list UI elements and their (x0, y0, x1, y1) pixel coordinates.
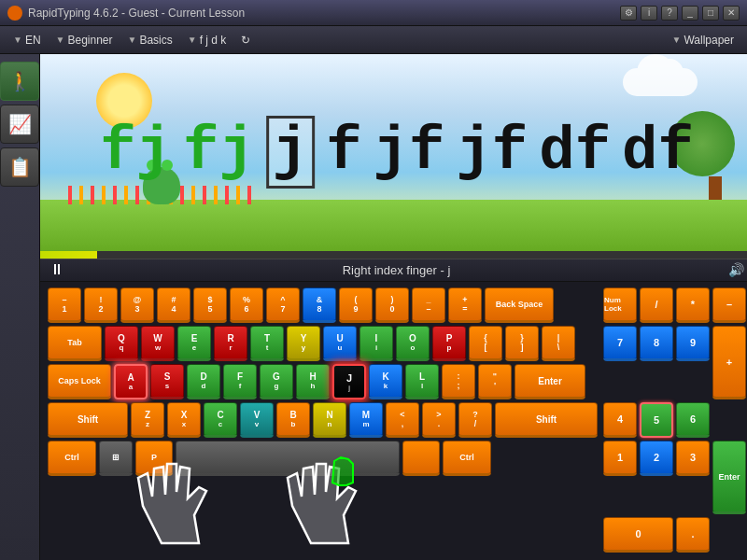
key-a[interactable]: Aa (114, 364, 148, 399)
key-win-left[interactable]: ⊞ (99, 441, 133, 476)
sidebar-chart-button[interactable]: 📈 (0, 105, 39, 144)
key-semicolon[interactable]: :; (442, 364, 475, 399)
key-j[interactable]: J j (332, 364, 366, 399)
key-capslock[interactable]: Caps Lock (48, 364, 111, 399)
key-minus[interactable]: –1 (48, 287, 81, 323)
numpad-enter[interactable]: Enter (712, 441, 746, 514)
help-icon[interactable]: ? (661, 6, 678, 21)
key-2[interactable]: !2 (84, 287, 118, 323)
keys-arrow: ▼ (188, 35, 197, 45)
numpad-6[interactable]: 6 (676, 402, 710, 438)
key-m[interactable]: Mm (349, 402, 383, 438)
numpad-0[interactable]: 0 (603, 517, 673, 553)
key-slash[interactable]: ?/ (458, 402, 492, 438)
key-w[interactable]: Ww (141, 326, 175, 361)
key-space[interactable] (176, 441, 400, 476)
key-l[interactable]: Ll (405, 364, 439, 399)
numpad-multiply[interactable]: * (676, 287, 710, 323)
numpad-numlock[interactable]: Num Lock (603, 287, 637, 323)
key-s[interactable]: Ss (150, 364, 184, 399)
volume-button[interactable]: 🔊 (728, 262, 744, 277)
key-y[interactable]: Yy (287, 326, 320, 361)
key-shift-right[interactable]: Shift (495, 402, 598, 438)
key-v[interactable]: Vv (240, 402, 274, 438)
key-backspace[interactable]: Back Space (485, 287, 554, 323)
numpad-5[interactable]: 5 (640, 402, 673, 438)
key-8[interactable]: &8 (303, 287, 336, 323)
keys-menu[interactable]: ▼ f j d k (182, 32, 233, 49)
key-ctrl-right[interactable]: Ctrl (443, 441, 491, 476)
numpad-8[interactable]: 8 (640, 326, 673, 361)
key-6[interactable]: %6 (230, 287, 263, 323)
key-5[interactable]: $5 (193, 287, 227, 323)
key-comma[interactable]: <, (386, 402, 419, 438)
key-period[interactable]: >. (422, 402, 456, 438)
key-q[interactable]: Qq (105, 326, 138, 361)
numpad-2[interactable]: 2 (640, 441, 673, 476)
key-f[interactable]: Ff (223, 364, 257, 399)
key-enter[interactable]: Enter (514, 364, 585, 399)
key-u[interactable]: Uu (323, 326, 357, 361)
pause-button[interactable]: ⏸ (49, 261, 64, 278)
maximize-button[interactable]: □ (702, 6, 719, 21)
numpad-plus[interactable]: + (712, 326, 746, 399)
numpad-dot[interactable]: . (676, 517, 710, 553)
key-b[interactable]: Bb (276, 402, 310, 438)
key-9[interactable]: (9 (339, 287, 373, 323)
key-7[interactable]: ^7 (266, 287, 300, 323)
info-icon[interactable]: i (641, 6, 657, 21)
key-ctrl-left[interactable]: Ctrl (48, 441, 96, 476)
settings-icon[interactable]: ⚙ (620, 6, 637, 21)
key-n[interactable]: Nn (313, 402, 346, 438)
key-t[interactable]: Tt (250, 326, 284, 361)
key-3[interactable]: @3 (120, 287, 154, 323)
key-g[interactable]: Gg (260, 364, 293, 399)
level-menu[interactable]: ▼ Beginner (50, 32, 119, 49)
key-tab[interactable]: Tab (48, 326, 102, 361)
key-0[interactable]: )0 (375, 287, 409, 323)
numpad-9[interactable]: 9 (676, 326, 710, 361)
key-h[interactable]: Hh (296, 364, 330, 399)
key-x[interactable]: Xx (167, 402, 201, 438)
level-arrow: ▼ (56, 35, 65, 45)
sidebar-lessons-button[interactable]: 📋 (0, 147, 39, 187)
wallpaper-menu[interactable]: ▼ Wallpaper (667, 32, 740, 49)
close-button[interactable]: ✕ (723, 6, 740, 21)
key-shift-left[interactable]: Shift (48, 402, 128, 438)
numpad-minus[interactable]: – (712, 287, 746, 323)
numpad-divide[interactable]: / (640, 287, 673, 323)
key-o[interactable]: Oo (396, 326, 430, 361)
key-k[interactable]: Kk (369, 364, 402, 399)
key-d[interactable]: Dd (187, 364, 220, 399)
key-p[interactable]: Pp (432, 326, 466, 361)
lesson-char-1: fj (100, 119, 172, 186)
key-i[interactable]: Ii (359, 326, 393, 361)
numpad-4[interactable]: 4 (603, 402, 637, 438)
key-4[interactable]: #4 (157, 287, 190, 323)
key-bracket-left[interactable]: {[ (469, 326, 502, 361)
main-layout: 🚶 📈 📋 (0, 54, 747, 560)
lesson-area: fj fj j f jf jf df df (40, 54, 747, 251)
menu-bar: ▼ EN ▼ Beginner ▼ Basics ▼ f j d k ↻ ▼ W… (0, 26, 747, 54)
language-menu[interactable]: ▼ EN (7, 32, 47, 49)
key-backslash[interactable]: |\ (542, 326, 575, 361)
key-bracket-right[interactable]: }] (505, 326, 539, 361)
key-e[interactable]: Ee (177, 326, 211, 361)
numpad-7[interactable]: 7 (603, 326, 637, 361)
key-c[interactable]: Cc (204, 402, 237, 438)
key-alt-left[interactable]: P (135, 441, 173, 476)
key-underscore[interactable]: _– (412, 287, 445, 323)
numpad-3[interactable]: 3 (676, 441, 710, 476)
key-plus[interactable]: += (448, 287, 482, 323)
language-label: EN (25, 34, 41, 47)
key-alt-right[interactable] (402, 441, 440, 476)
minimize-button[interactable]: _ (682, 6, 698, 21)
refresh-icon[interactable]: ↻ (235, 32, 256, 49)
numpad-1[interactable]: 1 (603, 441, 637, 476)
key-quote[interactable]: "' (478, 364, 512, 399)
lesson-text: fj fj j f jf jf df df (100, 116, 694, 189)
lesson-menu[interactable]: ▼ Basics (122, 32, 178, 49)
key-r[interactable]: Rr (214, 326, 247, 361)
key-z[interactable]: Zz (131, 402, 164, 438)
sidebar-runner-button[interactable]: 🚶 (0, 62, 39, 101)
